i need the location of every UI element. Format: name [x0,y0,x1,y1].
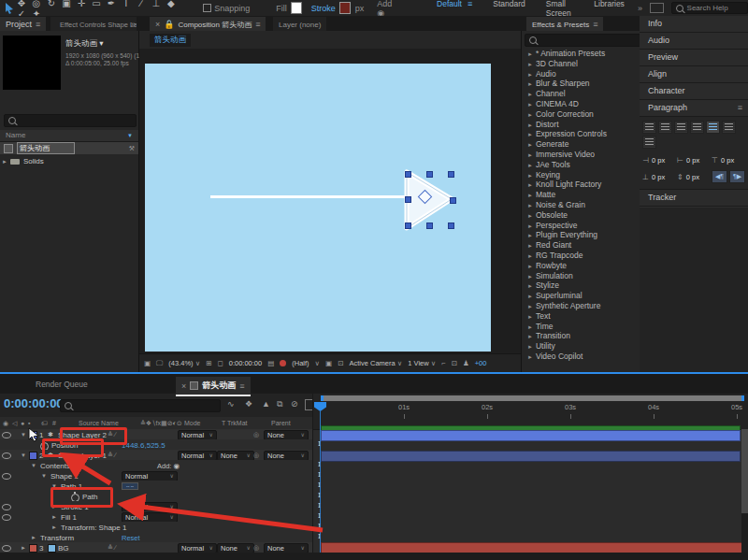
snapshot-icon[interactable]: ▣ [144,359,151,367]
project-item-composition[interactable]: 箭头动画 ⚒ [0,142,138,154]
hand-tool[interactable]: ✥ [14,0,29,8]
effects-category-10[interactable]: ►Immersive Video [522,150,640,160]
parent-pickwhip-icon[interactable]: ◎ [253,452,259,459]
selection-handle[interactable] [450,197,456,204]
magnification-dropdown[interactable]: (43.4%) ∨ [168,359,200,367]
parent-pickwhip-icon[interactable]: ◎ [253,431,259,438]
expand-icon[interactable]: ► [527,81,533,87]
expand-icon[interactable]: ► [527,122,533,128]
parent-header[interactable]: Parent [271,420,291,426]
paragraph-field-value[interactable]: 0 px [721,156,734,165]
zoom-tool[interactable]: ◎ [29,0,44,8]
timeline-icon[interactable]: ♟ [463,359,469,367]
selection-handle[interactable] [405,196,411,203]
pen-tool[interactable]: ✒ [104,0,119,8]
exposure-value[interactable]: +00 [475,359,487,367]
panel-preview-header[interactable]: Preview [640,50,748,66]
eraser-tool[interactable]: ◆ [164,0,179,8]
panel-menu-icon[interactable]: ≡ [738,100,742,116]
graph-editor-icon[interactable]: ⧉ [277,399,282,409]
effects-category-7[interactable]: ►Distort [522,120,640,130]
layer-switches[interactable]: ≙ ∕ [108,544,116,552]
property-value[interactable]: 1448.6,525.5 [122,441,165,450]
align-button-2[interactable] [674,121,688,134]
effects-category-28[interactable]: ►Transition [522,331,640,341]
add-label[interactable]: Add ◉ [377,0,399,18]
layer-color-swatch[interactable] [29,544,37,553]
expand-icon[interactable]: ► [527,324,533,330]
expand-icon[interactable]: ► [51,514,57,520]
effects-category-27[interactable]: ►Time [522,322,640,332]
align-button-0[interactable] [642,121,656,134]
expand-icon[interactable]: ► [51,524,57,530]
reset-link[interactable]: Reset [122,534,140,542]
expand-icon[interactable]: ► [527,62,533,67]
mask-icon[interactable]: ◻ [217,359,223,367]
selection-handle[interactable] [405,171,411,178]
effects-category-30[interactable]: ►Video Copilot [522,352,640,362]
expand-icon[interactable]: ► [527,112,533,118]
expand-icon[interactable]: ► [527,102,533,108]
paragraph-field-4[interactable]: ⇕0 px [677,170,712,183]
effects-category-1[interactable]: ►3D Channel [522,59,640,69]
panel-tracker-header[interactable]: Tracker [640,190,748,207]
ltr-button[interactable]: ¶▶ [729,170,745,183]
expand-icon[interactable]: ► [2,159,7,165]
expand-icon[interactable]: ► [527,344,533,350]
comp-timecode[interactable]: 0:00:00:00 [229,359,262,367]
selection-handle[interactable] [405,223,411,229]
expand-icon[interactable]: ▼ [31,463,36,468]
paragraph-field-value[interactable]: 0 px [652,173,665,181]
left-tabs-overflow-icon[interactable]: » [131,20,136,29]
tab-effects-presets[interactable]: Effects & Presets ≡ [526,17,603,32]
project-name-header[interactable]: Name ▼ [0,130,138,142]
layer-name[interactable]: Shape Layer 2 [58,431,107,439]
layer-switches[interactable]: ≙ ∕ [108,452,116,459]
effects-category-0[interactable]: ►* Animation Presets [522,49,640,59]
scrollbar-thumb[interactable] [741,429,748,513]
grid-icon[interactable]: ⊞ [206,359,211,367]
effects-category-13[interactable]: ►Knoll Light Factory [522,179,640,190]
expand-icon[interactable]: ► [527,314,533,320]
expand-icon[interactable]: ► [527,243,533,249]
frame-blend-icon[interactable]: ❖ [245,399,252,409]
align-button-6[interactable] [642,136,656,149]
expand-icon[interactable]: ► [527,51,533,57]
paragraph-field-0[interactable]: ⊣0 px [642,156,677,165]
effects-category-16[interactable]: ►Obsolete [522,210,640,221]
property-name[interactable]: Position [51,441,78,450]
expand-icon[interactable]: ► [527,142,533,148]
expand-icon[interactable]: ► [527,213,533,219]
visibility-eye-icon[interactable] [2,432,11,438]
rtl-button[interactable]: ◀¶ [712,170,727,183]
effects-category-29[interactable]: ►Utility [522,341,640,352]
workspace-standard[interactable]: Standard [493,0,525,18]
panel-info-header[interactable]: Info [640,16,748,33]
align-button-5[interactable] [722,121,736,134]
selection-handle[interactable] [426,171,433,178]
expand-icon[interactable]: ► [527,223,533,229]
align-button-4[interactable] [706,121,720,134]
effects-category-18[interactable]: ►Plugin Everything [522,230,640,240]
expand-icon[interactable]: ► [21,545,26,551]
effects-category-2[interactable]: ►Audio [522,69,640,79]
workspace-menu-icon[interactable]: ≡ [468,0,472,18]
effects-category-11[interactable]: ►JAe Tools [522,160,640,170]
add-menu[interactable]: Add: ◉ [157,462,180,470]
panel-paragraph-header[interactable]: Paragraph ≡ [640,100,748,117]
effects-category-4[interactable]: ►Channel [522,89,640,99]
panel-align-header[interactable]: Align [640,66,748,83]
camera-dropdown[interactable]: Active Camera ∨ [350,359,403,367]
tab-layer[interactable]: Layer (none) [273,17,326,32]
effects-category-23[interactable]: ►Stylize [522,280,640,291]
expand-icon[interactable]: ► [527,253,533,259]
align-button-3[interactable] [690,121,704,134]
workspace-libraries[interactable]: Libraries [594,0,625,18]
roi-icon[interactable]: ▣ [325,359,332,367]
source-name-header[interactable]: Source Name [79,420,119,426]
expand-icon[interactable]: ► [527,264,533,269]
effects-category-24[interactable]: ►Superluminal [522,291,640,301]
visibility-eye-icon[interactable] [2,545,11,552]
effects-category-19[interactable]: ►Red Giant [522,240,640,251]
visibility-eye-icon[interactable] [2,452,11,459]
